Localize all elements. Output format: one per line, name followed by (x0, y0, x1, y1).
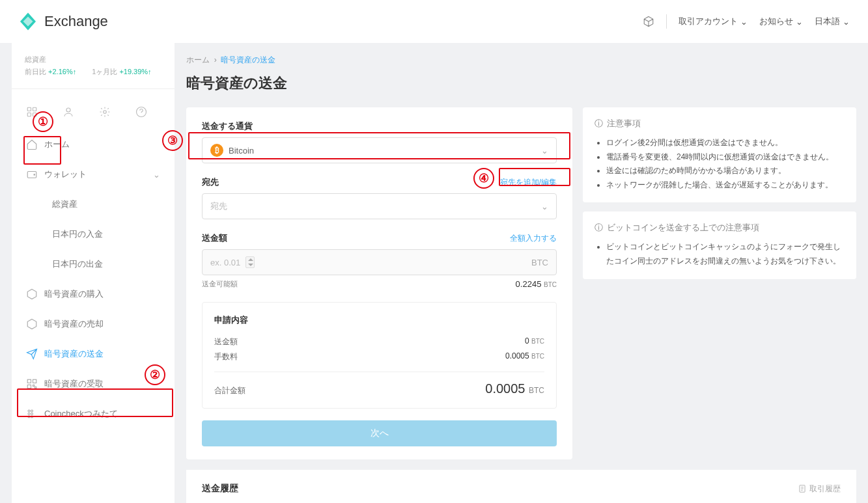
brand: Exchange (18, 12, 108, 31)
svg-point-16 (28, 413, 30, 415)
gear-icon[interactable] (96, 103, 113, 120)
sidebar-item-sell[interactable]: 暗号資産の売却 (12, 309, 175, 339)
svg-rect-3 (33, 107, 36, 111)
notice-menu[interactable]: お知らせ⌄ (759, 16, 803, 27)
svg-point-7 (104, 111, 107, 114)
sidebar-item-jpy-withdraw[interactable]: 日本円の出金 (12, 249, 175, 279)
stepper-icon[interactable] (245, 256, 255, 268)
sidebar-item-label: 暗号資産の受取 (44, 378, 104, 390)
header-right: 取引アカウント⌄ お知らせ⌄ 日本語⌄ (643, 14, 850, 29)
amount-all-link[interactable]: 全額入力する (510, 233, 557, 244)
notice-card-1: ⓘ注意事項 ログイン後2分間は仮想通貨の送金はできません。 電話番号を変更後、2… (583, 107, 856, 202)
sidebar-item-total-assets[interactable]: 総資産 (12, 189, 175, 219)
dest-placeholder: 宛先 (210, 200, 227, 212)
notice-label: お知らせ (759, 16, 793, 27)
breadcrumb-home[interactable]: ホーム (186, 55, 210, 64)
list-item: ログイン後2分間は仮想通貨の送金はできません。 (606, 136, 845, 150)
chevron-down-icon: ⌄ (796, 17, 803, 27)
sidebar-item-label: Coincheckつみたて (44, 408, 118, 420)
svg-point-14 (28, 410, 30, 412)
sidebar-item-jpy-deposit[interactable]: 日本円の入金 (12, 219, 175, 249)
sidebar-item-buy[interactable]: 暗号資産の購入 (12, 279, 175, 309)
amount-label: 送金額 (202, 232, 227, 244)
total-assets-label: 総資産 (25, 55, 161, 64)
svg-rect-12 (33, 379, 36, 383)
sidebar-item-label: 日本円の入金 (52, 228, 103, 240)
sidebar-item-label: 暗号資産の購入 (44, 288, 104, 300)
sidebar: 総資産 前日比 +2.16%↑ 1ヶ月比 +19.39%↑ ホーム ウォレット⌄… (12, 43, 175, 503)
sidebar-item-tsumitate[interactable]: Coincheckつみたて (12, 399, 175, 429)
next-button-label: 次へ (371, 428, 389, 439)
account-menu[interactable]: 取引アカウント⌄ (679, 16, 748, 27)
history-link-label: 取引履歴 (809, 483, 841, 495)
next-button[interactable]: 次へ (202, 420, 557, 446)
dest-edit-link[interactable]: 宛先を追加/編集 (500, 177, 557, 188)
notice-card-2: ⓘビットコインを送金する上での注意事項 ビットコインとビットコインキャッシュのよ… (583, 211, 856, 279)
svg-point-19 (31, 416, 33, 418)
brand-name: Exchange (44, 13, 108, 30)
header: Exchange 取引アカウント⌄ お知らせ⌄ 日本語⌄ (0, 0, 868, 43)
summary-amount-label: 送金額 (214, 336, 238, 347)
bitcoin-icon: ₿ (210, 144, 223, 157)
cube-icon (26, 318, 38, 330)
sidebar-item-label: 暗号資産の送金 (44, 348, 104, 360)
notice-list-1: ログイン後2分間は仮想通貨の送金はできません。 電話番号を変更後、24時間以内に… (595, 136, 845, 192)
page-title: 暗号資産の送金 (186, 74, 856, 93)
summary-title: 申請内容 (214, 314, 544, 326)
currency-label: 送金する通貨 (202, 120, 557, 132)
history-card: 送金履歴 取引履歴 (186, 470, 856, 503)
currency-select[interactable]: ₿ Bitcoin ⌄ (202, 137, 557, 163)
available-unit: BTC (544, 281, 557, 288)
summary-fee-value: 0.0005 (505, 351, 529, 360)
apps-icon[interactable] (23, 103, 40, 120)
list-item: ネットワークが混雑した場合、送金が遅延することがあります。 (606, 178, 845, 193)
help-icon[interactable] (133, 103, 150, 120)
notice-title-2: ⓘビットコインを送金する上での注意事項 (595, 222, 845, 234)
sidebar-item-label: ウォレット (44, 169, 87, 180)
brand-logo-icon (18, 12, 38, 31)
sidebar-item-label: 総資産 (52, 198, 77, 210)
document-icon (798, 484, 807, 493)
user-icon[interactable] (60, 103, 77, 120)
currency-value: Bitcoin (229, 146, 254, 156)
available-label: 送金可能額 (202, 279, 238, 289)
sidebar-iconrow (12, 89, 175, 129)
notes-column: ⓘ注意事項 ログイン後2分間は仮想通貨の送金はできません。 電話番号を変更後、2… (583, 107, 856, 279)
home-icon (26, 139, 38, 150)
account-label: 取引アカウント (679, 16, 738, 27)
divider (666, 14, 667, 29)
month-value: +19.39%↑ (119, 68, 151, 75)
summary-total-label: 合計金額 (214, 385, 245, 396)
history-title: 送金履歴 (202, 483, 238, 495)
amount-input[interactable]: ex. 0.01 BTC (202, 249, 557, 275)
send-icon (26, 348, 38, 360)
chevron-down-icon: ⌄ (541, 202, 548, 211)
content: ホーム › 暗号資産の送金 暗号資産の送金 送金する通貨 ₿ Bitcoin ⌄… (186, 43, 856, 503)
svg-point-10 (34, 174, 35, 176)
available-value: 0.2245 (516, 279, 542, 289)
chevron-down-icon: ⌄ (843, 17, 850, 27)
sidebar-item-receive[interactable]: 暗号資産の受取 (12, 369, 175, 399)
list-item: 送金には確認のため時間がかかる場合があります。 (606, 164, 845, 178)
cube-icon[interactable] (643, 16, 654, 27)
breadcrumb: ホーム › 暗号資産の送金 (186, 55, 856, 66)
day-value: +2.16%↑ (48, 68, 76, 75)
sidebar-item-label: 暗号資産の売却 (44, 318, 104, 330)
history-link[interactable]: 取引履歴 (798, 483, 841, 495)
svg-rect-2 (27, 107, 31, 111)
month-label: 1ヶ月比 (92, 68, 117, 75)
amount-placeholder: ex. 0.01 (210, 258, 240, 267)
dest-select[interactable]: 宛先 ⌄ (202, 193, 557, 219)
sidebar-item-send[interactable]: 暗号資産の送金 (12, 339, 175, 369)
svg-point-18 (28, 416, 30, 418)
info-icon: ⓘ (595, 222, 603, 234)
sidebar-item-label: 日本円の出金 (52, 258, 103, 270)
list-item: 電話番号を変更後、24時間以内に仮想通貨の送金はできません。 (606, 150, 845, 165)
sidebar-item-wallet[interactable]: ウォレット⌄ (12, 159, 175, 189)
svg-point-6 (66, 108, 70, 112)
notice-title-1: ⓘ注意事項 (595, 118, 845, 129)
qr-icon (26, 378, 38, 390)
sidebar-item-home[interactable]: ホーム (12, 129, 175, 159)
chevron-down-icon: ⌄ (740, 17, 748, 27)
lang-menu[interactable]: 日本語⌄ (815, 16, 850, 27)
